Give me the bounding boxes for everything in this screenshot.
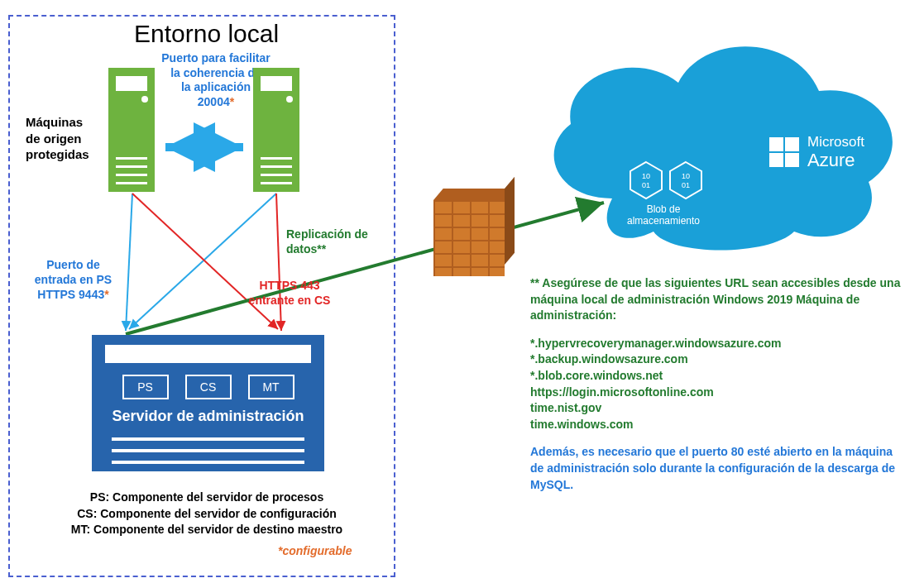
sources-l2: de origen (26, 131, 82, 146)
legend-cs: CS: Componente del servidor de configura… (56, 506, 357, 523)
url-item: *.hypervrecoverymanager.windowsazure.com (530, 336, 902, 352)
svg-text:10: 10 (642, 172, 650, 180)
repl-l1: Replicación de (286, 227, 368, 241)
notes-header: ** Asegúrese de que las siguientes URL s… (530, 275, 902, 324)
url-item: https://login.microsoftonline.com (530, 385, 902, 401)
url-list: *.hypervrecoverymanager.windowsazure.com… (530, 336, 902, 433)
blob-l1: Blob de (647, 203, 681, 215)
ps-l2: entrada en PS (35, 273, 112, 286)
port-app-asterisk: * (230, 95, 234, 108)
mgmt-title: Servidor de administración (92, 408, 324, 425)
blob-hex-icon: 1001 (629, 160, 663, 200)
port-app-l1: Puerto para facilitar (161, 51, 270, 65)
sources-l3: protegidas (26, 147, 89, 161)
blob-l2: almacenamiento (627, 215, 700, 227)
source-server-left-icon (108, 68, 155, 192)
ps-l3: HTTPS 9443 (37, 288, 104, 301)
svg-text:01: 01 (642, 181, 650, 189)
cs-l2: entrante en CS (249, 294, 331, 307)
blob-label: Blob de almacenamiento (622, 203, 705, 227)
mgmt-server-icon: PS CS MT Servidor de administración (92, 335, 324, 471)
svg-marker-3 (670, 162, 701, 198)
port-app-l2: la coherencia de (170, 66, 261, 79)
blob-badges: 1001 1001 (629, 160, 703, 200)
onprem-title: Entorno local (134, 20, 279, 48)
port-app-l3: la aplicación (181, 80, 251, 93)
configurable-note: *configurable (278, 544, 352, 557)
ps-port-label: Puerto de entrada en PS HTTPS 9443* (26, 257, 121, 303)
source-server-right-icon (253, 68, 299, 192)
legend-ps: PS: Componente del servidor de procesos (56, 490, 357, 506)
cs-port-label: HTTPS 443 entrante en CS (248, 278, 331, 308)
cloud-icon (521, 8, 918, 256)
azure-brand-bottom: Azure (807, 151, 864, 170)
port-app-num: 20004 (198, 95, 230, 108)
legend-block: PS: Componente del servidor de procesos … (56, 490, 357, 538)
mgmt-box-ps: PS (122, 375, 169, 399)
mgmt-box-mt: MT (248, 375, 294, 399)
cs-l1: HTTPS 443 (259, 279, 319, 292)
svg-marker-0 (630, 162, 662, 198)
legend-mt: MT: Componente del servidor de destino m… (56, 522, 357, 538)
windows-icon (769, 137, 799, 167)
url-item: time.nist.gov (530, 400, 902, 417)
url-item: *.blob.core.windows.net (530, 368, 902, 385)
sources-l1: Máquinas (26, 115, 83, 129)
azure-brand-top: Microsoft (807, 135, 864, 151)
mgmt-box-cs: CS (185, 375, 232, 399)
port80-note: Además, es necesario que el puerto 80 es… (530, 444, 902, 493)
azure-logo: Microsoft Azure (769, 135, 864, 170)
url-item: *.backup.windowsazure.com (530, 351, 902, 368)
firewall-icon (433, 189, 505, 276)
ps-asterisk: * (104, 288, 108, 301)
svg-text:01: 01 (682, 181, 690, 189)
azure-text: Microsoft Azure (807, 135, 864, 170)
repl-l2: datos** (286, 242, 326, 256)
sources-label: Máquinas de origen protegidas (26, 114, 104, 163)
notes-block: ** Asegúrese de que las siguientes URL s… (530, 275, 902, 493)
blob-hex-icon: 1001 (668, 160, 703, 200)
url-item: time.windows.com (530, 417, 902, 433)
svg-text:10: 10 (682, 172, 690, 180)
replication-label: Replicación de datos** (286, 227, 368, 256)
ps-l1: Puerto de (46, 258, 100, 271)
